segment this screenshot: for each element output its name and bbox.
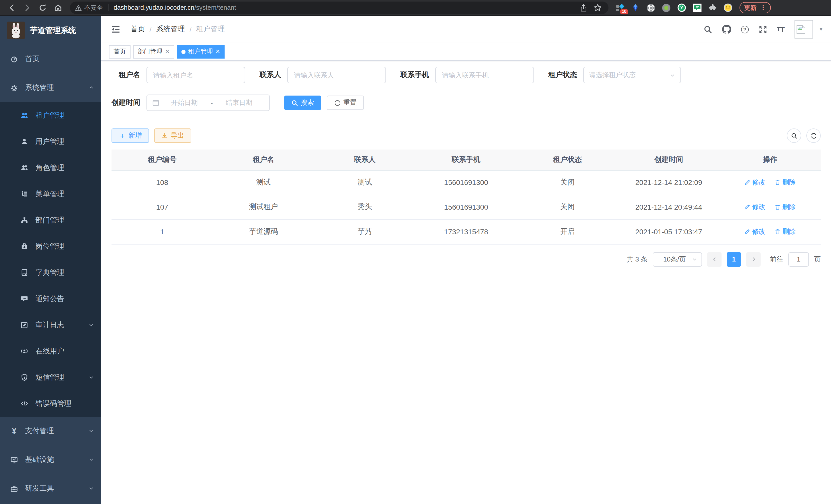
refresh-table-button[interactable] (806, 128, 821, 143)
edit-link[interactable]: 修改 (744, 227, 766, 236)
prev-page-button[interactable] (707, 252, 721, 266)
sidebar-item-user[interactable]: 用户管理 (0, 128, 101, 155)
close-icon[interactable]: ✕ (215, 48, 220, 55)
sidebar-item-role[interactable]: 角色管理 (0, 155, 101, 181)
sidebar-item-home[interactable]: 首页 (0, 45, 101, 73)
chevron-down-icon (88, 427, 94, 435)
extension-y-icon[interactable]: Y (677, 3, 686, 12)
status-select[interactable]: 请选择租户状态 (583, 67, 681, 83)
share-icon[interactable] (578, 2, 589, 14)
browser-menu-icon[interactable]: ⋮ (760, 5, 766, 11)
browser-forward-button[interactable] (20, 2, 35, 14)
trash-icon (775, 179, 781, 185)
avatar-caret-icon[interactable]: ▼ (819, 27, 823, 32)
extension-tabs-icon[interactable]: 10 (616, 3, 624, 12)
sidebar-item-dict[interactable]: 字典管理 (0, 260, 101, 286)
sidebar-item-pay[interactable]: ¥ 支付管理 (0, 417, 101, 445)
security-status[interactable]: 不安全 (75, 3, 103, 12)
bookmark-star-icon[interactable] (592, 2, 603, 14)
col-contact: 联系人 (314, 149, 416, 170)
roles-icon (21, 164, 28, 172)
goto-page-input[interactable] (789, 252, 809, 266)
sidebar-submenu-system: 租户管理 用户管理 角色管理 菜单管理 部门管理 (0, 102, 101, 417)
reset-button[interactable]: 重置 (327, 95, 364, 110)
status-text: 关闭 (517, 195, 618, 219)
close-icon[interactable]: ✕ (165, 48, 170, 55)
tab-home[interactable]: 首页 (109, 45, 131, 58)
trash-icon (775, 204, 781, 210)
delete-link[interactable]: 删除 (775, 178, 796, 187)
svg-text:Y: Y (680, 5, 683, 10)
sidebar-item-infra[interactable]: 基础设施 (0, 445, 101, 474)
edit-link[interactable]: 修改 (744, 178, 766, 187)
github-icon[interactable] (722, 25, 731, 34)
sidebar-item-sms[interactable]: 短信管理 (0, 364, 101, 390)
export-button[interactable]: 导出 (154, 128, 191, 143)
calendar-icon (152, 99, 159, 106)
breadcrumb: 首页 / 系统管理 / 租户管理 (131, 25, 704, 34)
header-search-icon[interactable] (704, 25, 712, 34)
edit-link[interactable]: 修改 (744, 202, 766, 212)
sidebar-item-menu[interactable]: 菜单管理 (0, 181, 101, 207)
browser-back-button[interactable] (4, 2, 20, 14)
search-icon (291, 99, 298, 106)
sidebar-item-dept[interactable]: 部门管理 (0, 207, 101, 233)
add-button[interactable]: ＋ 新增 (112, 128, 149, 143)
sidebar-item-devtools[interactable]: 研发工具 (0, 474, 101, 503)
browser-update-button[interactable]: 更新 ⋮ (740, 2, 771, 13)
breadcrumb-home[interactable]: 首页 (131, 25, 145, 34)
toggle-search-button[interactable] (787, 128, 801, 143)
profile-avatar-icon[interactable] (724, 3, 732, 12)
page-size-select[interactable]: 10条/页 (653, 252, 702, 266)
browser-reload-button[interactable] (35, 2, 50, 14)
delete-link[interactable]: 删除 (775, 227, 796, 236)
sidebar-item-tenant[interactable]: 租户管理 (0, 102, 101, 128)
sidebar: 芋道管理系统 首页 系统管理 租户管理 用户管理 (0, 16, 101, 504)
font-size-icon[interactable]: TT (777, 25, 785, 33)
extension-kite-icon[interactable] (631, 3, 640, 12)
col-phone: 联系手机 (416, 149, 517, 170)
address-bar[interactable]: 不安全 dashboard.yudao.iocoder.cn/system/te… (70, 2, 608, 14)
table-row: 107 测试租户 秃头 15601691300 关闭 2021-12-14 20… (112, 195, 821, 219)
chevron-down-icon (670, 72, 675, 78)
sidebar-collapse-button[interactable] (109, 23, 122, 36)
sidebar-item-audit-log[interactable]: 审计日志 (0, 312, 101, 338)
app-navbar: 首页 / 系统管理 / 租户管理 ? (101, 16, 831, 43)
col-created: 创建时间 (618, 149, 719, 170)
tenant-name-label: 租户名 (112, 70, 140, 80)
contact-input[interactable] (287, 67, 386, 83)
browser-home-button[interactable] (50, 2, 66, 14)
sidebar-item-system[interactable]: 系统管理 (0, 73, 101, 102)
tab-tenant[interactable]: 租户管理✕ (177, 45, 225, 58)
next-page-button[interactable] (746, 252, 761, 266)
search-button[interactable]: 搜索 (284, 95, 321, 110)
fullscreen-icon[interactable] (758, 25, 767, 34)
delete-link[interactable]: 删除 (775, 202, 796, 212)
message-bubble-icon (21, 295, 28, 303)
extensions-puzzle-icon[interactable] (708, 3, 717, 12)
extension-command-icon[interactable] (647, 3, 655, 12)
chevron-up-icon (88, 84, 94, 92)
sidebar-item-online-user[interactable]: 在线用户 (0, 338, 101, 364)
app-logo: 芋道管理系统 (0, 16, 101, 45)
chevron-down-icon (692, 256, 697, 262)
sidebar-item-error-code[interactable]: 错误码管理 (0, 390, 101, 417)
sidebar-item-notice[interactable]: 通知公告 (0, 286, 101, 312)
page-number-button[interactable]: 1 (727, 252, 741, 266)
download-icon (161, 132, 168, 139)
breadcrumb-system[interactable]: 系统管理 (156, 25, 185, 34)
sidebar-item-post[interactable]: 岗位管理 (0, 233, 101, 260)
extension-recorder-icon[interactable] (662, 3, 671, 12)
tenant-name-input[interactable] (146, 67, 245, 83)
tab-dept[interactable]: 部门管理✕ (133, 45, 174, 58)
extension-chat-icon[interactable] (693, 3, 701, 12)
extension-badge: 10 (620, 9, 628, 14)
table-row: 108 测试 测试 15601691300 关闭 2021-12-14 21:0… (112, 170, 821, 195)
phone-input[interactable] (435, 67, 534, 83)
tags-view: 首页 部门管理✕ 租户管理✕ (101, 43, 831, 61)
page-content: 租户名 联系人 联系手机 租户状态 请选择租户状态 (101, 61, 831, 277)
date-range-picker[interactable]: 开始日期 - 结束日期 (146, 94, 270, 111)
user-avatar[interactable] (795, 20, 813, 38)
warning-icon (75, 4, 82, 11)
help-icon[interactable]: ? (741, 25, 749, 33)
